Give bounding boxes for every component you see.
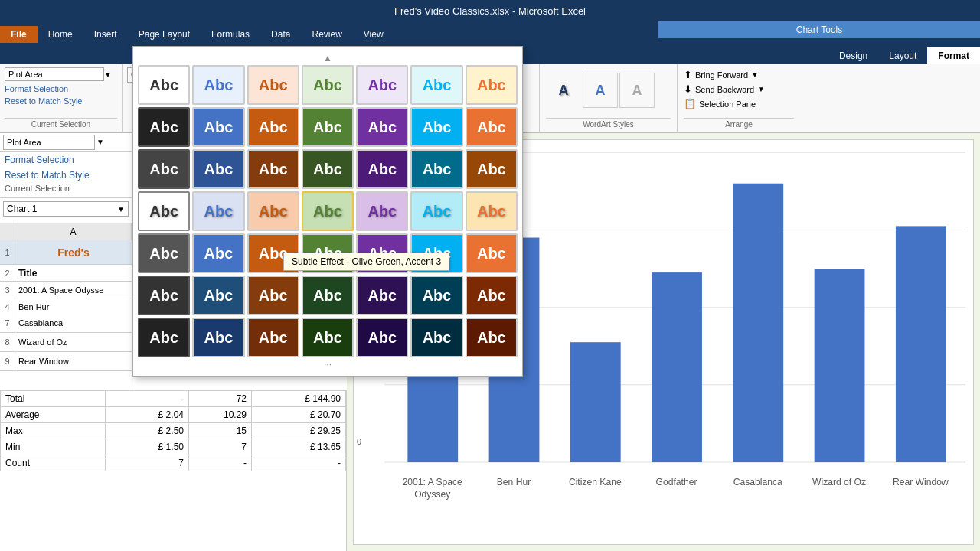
stat-count-col3: - <box>188 455 251 471</box>
wordart-item-r4-c1[interactable]: Abc <box>192 233 244 273</box>
wordart-item-r3-c5[interactable]: Abc <box>410 191 462 231</box>
wordart-item-r3-c3[interactable]: Abc <box>302 191 354 231</box>
wordart-item-r3-c0[interactable]: Abc <box>138 191 190 231</box>
plot-area-input[interactable] <box>5 67 104 81</box>
wordart-item-r3-c4[interactable]: Abc <box>356 191 408 231</box>
movie-row-7: 9 Rear Window <box>0 352 132 371</box>
stat-max-col2: £ 2.50 <box>105 423 188 439</box>
movie-casablanca: Casablanca <box>15 317 132 329</box>
wordart-item-r2-c6[interactable]: Abc <box>466 149 518 189</box>
stat-total-label: Total <box>1 391 106 407</box>
movie-rows-extra: 7 Casablanca 8 Wizard of Oz 9 Rear Windo… <box>0 314 132 390</box>
wordart-item-r2-c0[interactable]: Abc <box>138 149 190 189</box>
wordart-item-r5-c3[interactable]: Abc <box>302 276 354 315</box>
bring-forward-btn[interactable]: ⬆ Bring Forward ▼ <box>684 67 794 82</box>
chart1-selector[interactable]: Chart 1 ▼ <box>3 201 129 217</box>
movie-row-2: 4 Ben Hur <box>0 298 132 315</box>
svg-text:Casablanca: Casablanca <box>733 477 782 487</box>
primary-tabs: File Home Insert Page Layout Formulas Da… <box>0 21 658 43</box>
fred-header-cell: Fred's <box>15 245 132 260</box>
wordart-item-r1-c3[interactable]: Abc <box>302 107 354 147</box>
tab-layout[interactable]: Layout <box>878 47 927 64</box>
wordart-item-r5-c2[interactable]: Abc <box>247 276 299 315</box>
name-box-input[interactable] <box>3 135 95 150</box>
wordart-item-r1-c1[interactable]: Abc <box>192 107 244 147</box>
wordart-item-r2-c2[interactable]: Abc <box>247 149 299 189</box>
movie-rear: Rear Window <box>15 355 132 367</box>
tab-home[interactable]: Home <box>38 26 83 43</box>
wordart-label: WordArt Styles <box>546 118 671 129</box>
wordart-item-r2-c5[interactable]: Abc <box>410 149 462 189</box>
wordart-item-r5-c0[interactable]: Abc <box>138 276 190 315</box>
wordart-item-r6-c6[interactable]: Abc <box>466 318 518 357</box>
plot-area-selector[interactable]: ▼ <box>5 67 117 81</box>
wordart-item-r4-c0[interactable]: Abc <box>138 233 190 273</box>
wordart-item-r5-c6[interactable]: Abc <box>466 276 518 315</box>
tab-formulas[interactable]: Formulas <box>201 26 260 43</box>
wordart-item-r1-c0[interactable]: Abc <box>138 107 190 147</box>
stat-avg-col2: £ 2.04 <box>105 407 188 423</box>
wordart-item-r0-c6[interactable]: Abc <box>466 65 518 105</box>
wordart-item-r5-c1[interactable]: Abc <box>192 276 244 315</box>
wordart-item-r0-c5[interactable]: Abc <box>410 65 462 105</box>
tab-format[interactable]: Format <box>927 47 980 64</box>
wordart-item-r0-c4[interactable]: Abc <box>356 65 408 105</box>
col-a-header: A <box>15 223 132 240</box>
wordart-item-r0-c3[interactable]: Abc <box>302 65 354 105</box>
tab-view[interactable]: View <box>353 26 394 43</box>
tab-review[interactable]: Review <box>301 26 352 43</box>
reset-match-link[interactable]: Reset to Match Style <box>0 168 132 182</box>
wordart-item-r2-c1[interactable]: Abc <box>192 149 244 189</box>
wordart-item-r0-c2[interactable]: Abc <box>247 65 299 105</box>
wordart-item-r6-c0[interactable]: Abc <box>138 318 190 357</box>
tab-design[interactable]: Design <box>828 47 878 64</box>
bar-godfather <box>652 272 702 462</box>
wordart-item-r3-c1[interactable]: Abc <box>192 191 244 231</box>
wordart-item-r4-c6[interactable]: Abc <box>466 233 518 273</box>
wordart-c-item[interactable]: A <box>619 73 655 108</box>
wordart-item-r3-c2[interactable]: Abc <box>247 191 299 231</box>
stat-min-label: Min <box>1 439 106 455</box>
format-selection-btn[interactable]: Format Selection <box>5 83 117 95</box>
stats-row-avg: Average £ 2.04 10.29 £ 20.70 <box>1 407 346 423</box>
wordart-item-r6-c3[interactable]: Abc <box>302 318 354 357</box>
svg-text:Ben Hur: Ben Hur <box>497 477 531 487</box>
row-num-header <box>0 223 15 240</box>
wordart-preview-row: A A A <box>546 67 671 113</box>
tab-data[interactable]: Data <box>260 26 301 43</box>
wordart-item-r6-c1[interactable]: Abc <box>192 318 244 357</box>
plot-area-dropdown[interactable]: ▼ <box>104 70 112 79</box>
movie-wizard: Wizard of Oz <box>15 336 132 348</box>
wordart-a-item[interactable]: A <box>546 73 581 108</box>
format-selection-link[interactable]: Format Selection <box>0 152 132 168</box>
wordart-item-r5-c5[interactable]: Abc <box>410 276 462 315</box>
wordart-item-r6-c2[interactable]: Abc <box>247 318 299 357</box>
scroll-up-btn[interactable]: ▲ <box>138 51 518 65</box>
wordart-item-r2-c3[interactable]: Abc <box>302 149 354 189</box>
current-selection-group: ▼ Format Selection Reset to Match Style … <box>0 64 122 132</box>
tab-file[interactable]: File <box>0 26 38 43</box>
wordart-item-r1-c6[interactable]: Abc <box>466 107 518 147</box>
wordart-item-r3-c6[interactable]: Abc <box>466 191 518 231</box>
wordart-b-item[interactable]: A <box>583 73 618 108</box>
fredheader-row: 1 Fred's <box>0 240 132 265</box>
wordart-item-r0-c1[interactable]: Abc <box>192 65 244 105</box>
wordart-item-r0-c0[interactable]: Abc <box>138 65 190 105</box>
reset-match-btn[interactable]: Reset to Match Style <box>5 95 117 107</box>
wordart-item-r1-c4[interactable]: Abc <box>356 107 408 147</box>
tab-page-layout[interactable]: Page Layout <box>128 26 201 43</box>
wordart-item-r1-c5[interactable]: Abc <box>410 107 462 147</box>
wordart-item-r6-c4[interactable]: Abc <box>356 318 408 357</box>
wordart-item-r2-c4[interactable]: Abc <box>356 149 408 189</box>
send-backward-btn[interactable]: ⬇ Send Backward ▼ <box>684 82 794 96</box>
stat-min-col4: £ 13.65 <box>251 439 345 455</box>
svg-text:Wizard of Oz: Wizard of Oz <box>812 477 866 487</box>
wordart-item-r6-c5[interactable]: Abc <box>410 318 462 357</box>
selection-pane-btn[interactable]: 📋 Selection Pane <box>684 96 794 111</box>
tab-insert[interactable]: Insert <box>83 26 128 43</box>
scroll-down-btn[interactable]: ··· <box>138 357 518 371</box>
stat-max-col4: £ 29.25 <box>251 423 345 439</box>
wordart-item-r1-c2[interactable]: Abc <box>247 107 299 147</box>
name-box-arrow[interactable]: ▼ <box>96 138 104 146</box>
wordart-item-r5-c4[interactable]: Abc <box>356 276 408 315</box>
